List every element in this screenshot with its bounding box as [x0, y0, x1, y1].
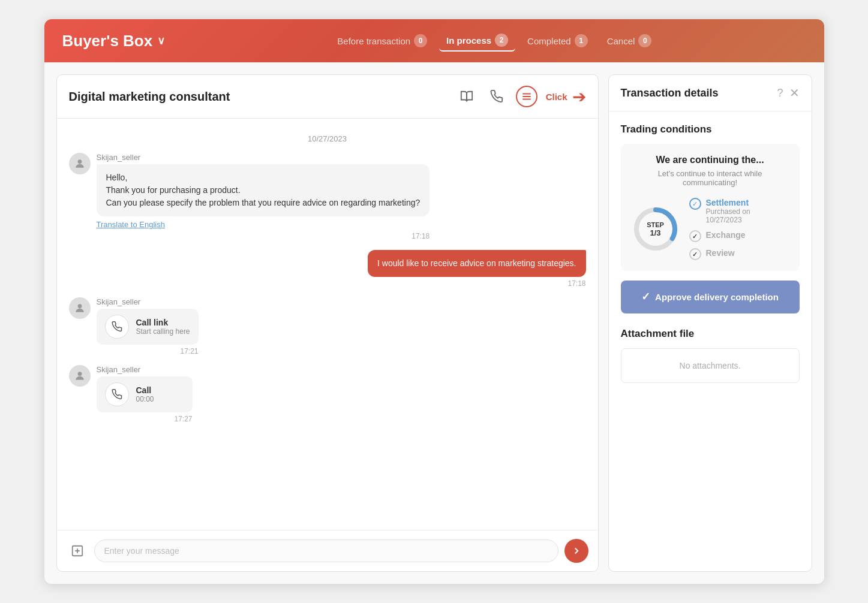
header-tabs: Before transaction 0 In process 2 Comple…	[183, 30, 806, 52]
step-name-settlement: Settlement	[706, 198, 750, 207]
chat-input-area	[57, 530, 598, 571]
call-link-icon	[105, 315, 129, 339]
attachment-empty: No attachments.	[621, 348, 800, 383]
message-time: 17:27	[97, 415, 193, 423]
step-content-exchange: Exchange	[706, 230, 746, 240]
help-icon[interactable]: ?	[777, 87, 783, 100]
menu-icon[interactable]	[516, 86, 537, 107]
main-content: Digital marketing consultant	[44, 62, 824, 584]
sender-name: Skijan_seller	[97, 153, 430, 162]
step-check-review: ✓	[689, 248, 701, 260]
step-check-exchange: ✓	[689, 230, 701, 242]
message-content: I would like to receive advice on market…	[368, 250, 586, 288]
step-date-settlement: Purchased on10/27/2023	[706, 207, 750, 224]
call-link-bubble[interactable]: Call link Start calling here	[97, 309, 199, 345]
message-row: Skijan_seller Call 00:00 17:27	[69, 365, 586, 423]
call-link-title: Call link	[136, 318, 190, 327]
trading-section-title: Trading conditions	[621, 123, 800, 135]
date-separator: 10/27/2023	[69, 134, 586, 143]
message-content: Skijan_seller Call 00:00 17:27	[97, 365, 193, 423]
details-header: Transaction details ? ✕	[609, 75, 812, 111]
details-panel: Transaction details ? ✕ Trading conditio…	[608, 74, 812, 572]
message-time: 17:21	[97, 347, 199, 355]
step-item-exchange: ✓ Exchange	[689, 230, 789, 242]
step-check-settlement: ✓	[689, 198, 701, 210]
step-content-settlement: Settlement Purchased on10/27/2023	[706, 198, 750, 224]
chat-messages: 10/27/2023 Skijan_seller Hello,Thank you…	[57, 119, 598, 530]
donut-label: STEP 1/3	[647, 221, 664, 237]
step-num: 1/3	[647, 228, 664, 237]
message-time: 17:18	[97, 232, 430, 240]
message-input[interactable]	[94, 539, 558, 562]
call-title: Call	[136, 385, 154, 395]
attachment-title: Attachment file	[621, 328, 800, 340]
trading-card-subtitle: Let's continue to interact while communi…	[632, 169, 789, 187]
svg-point-3	[77, 159, 82, 164]
message-bubble: Hello,Thank you for purchasing a product…	[97, 164, 430, 216]
approve-delivery-button[interactable]: ✓ Approve delivery completion	[621, 281, 800, 313]
steps-list: ✓ Settlement Purchased on10/27/2023 ✓ Ex…	[689, 198, 789, 260]
book-icon[interactable]	[456, 86, 477, 107]
dropdown-chevron[interactable]: ∨	[157, 34, 165, 47]
buyers-box-title: Buyer's Box	[62, 32, 153, 50]
approve-check-icon: ✓	[641, 290, 650, 304]
call-link-subtitle: Start calling here	[136, 327, 190, 336]
trading-card-title: We are continuing the...	[632, 155, 789, 165]
step-name-review: Review	[706, 248, 735, 258]
call-icon	[105, 382, 129, 406]
arrow-icon: ➔	[572, 87, 586, 107]
call-duration: 00:00	[136, 395, 154, 403]
message-content: Skijan_seller Hello,Thank you for purcha…	[97, 153, 430, 240]
message-time: 17:18	[368, 279, 586, 288]
message-row: Skijan_seller Call link Start calling he…	[69, 297, 586, 355]
details-title: Transaction details	[621, 87, 719, 100]
trading-card-body: STEP 1/3 ✓ Settlement Purchased on10/27/…	[632, 198, 789, 260]
tab-before-transaction[interactable]: Before transaction 0	[330, 31, 434, 51]
svg-point-4	[77, 304, 82, 308]
close-icon[interactable]: ✕	[789, 86, 800, 100]
attachment-section: Attachment file No attachments.	[621, 328, 800, 383]
step-item-review: ✓ Review	[689, 248, 789, 260]
translate-link[interactable]: Translate to English	[97, 220, 165, 229]
tab-in-process[interactable]: In process 2	[439, 30, 515, 52]
donut-chart: STEP 1/3	[632, 205, 680, 253]
message-row: I would like to receive advice on market…	[69, 250, 586, 288]
call-text: Call 00:00	[136, 385, 154, 403]
call-bubble[interactable]: Call 00:00	[97, 376, 193, 412]
trading-card: We are continuing the... Let's continue …	[621, 144, 800, 271]
step-name-exchange: Exchange	[706, 230, 746, 240]
sender-name: Skijan_seller	[97, 365, 193, 374]
step-item-settlement: ✓ Settlement Purchased on10/27/2023	[689, 198, 789, 224]
details-body: Trading conditions We are continuing the…	[609, 111, 812, 571]
app-container: Buyer's Box ∨ Before transaction 0 In pr…	[44, 19, 824, 584]
attach-button[interactable]	[67, 540, 88, 562]
tab-completed[interactable]: Completed 1	[520, 31, 595, 51]
send-button[interactable]	[564, 539, 588, 563]
tab-cancel[interactable]: Cancel 0	[600, 31, 659, 51]
sender-name: Skijan_seller	[97, 297, 199, 306]
chat-panel: Digital marketing consultant	[56, 74, 599, 572]
phone-icon[interactable]	[486, 86, 507, 107]
step-text: STEP	[647, 221, 664, 228]
message-row: Skijan_seller Hello,Thank you for purcha…	[69, 153, 586, 240]
message-content: Skijan_seller Call link Start calling he…	[97, 297, 199, 355]
click-label: Click	[546, 92, 567, 102]
avatar	[69, 297, 91, 319]
chat-title: Digital marketing consultant	[69, 90, 230, 104]
approve-btn-label: Approve delivery completion	[655, 291, 779, 303]
click-annotation: Click ➔	[546, 87, 586, 107]
header-title: Buyer's Box ∨	[62, 32, 166, 50]
details-header-actions: ? ✕	[777, 86, 799, 100]
chat-actions: Click ➔	[456, 86, 586, 107]
avatar	[69, 365, 91, 387]
svg-point-5	[77, 372, 82, 376]
call-link-text: Call link Start calling here	[136, 318, 190, 336]
chat-header: Digital marketing consultant	[57, 75, 598, 119]
avatar	[69, 153, 91, 174]
header: Buyer's Box ∨ Before transaction 0 In pr…	[44, 19, 824, 62]
step-content-review: Review	[706, 248, 735, 258]
message-bubble-buyer: I would like to receive advice on market…	[368, 250, 586, 277]
